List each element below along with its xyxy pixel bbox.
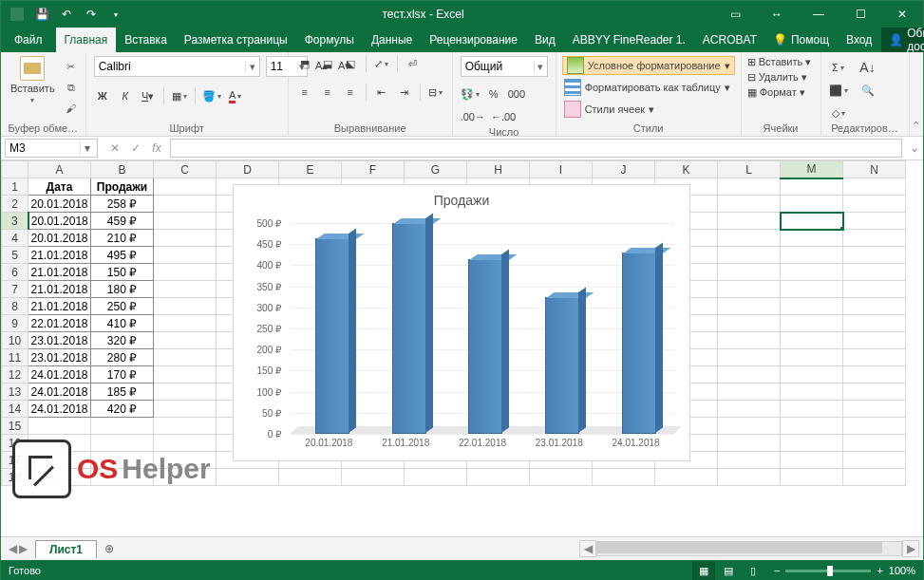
cell[interactable] bbox=[781, 281, 843, 298]
row-header[interactable]: 15 bbox=[2, 418, 28, 435]
row-header[interactable]: 13 bbox=[2, 384, 28, 401]
chevron-down-icon[interactable]: ▾ bbox=[80, 141, 94, 155]
col-header[interactable]: N bbox=[843, 161, 906, 178]
cell[interactable] bbox=[718, 469, 781, 486]
cell[interactable] bbox=[781, 452, 843, 469]
cell[interactable]: 210 ₽ bbox=[91, 230, 154, 247]
cell[interactable] bbox=[154, 213, 217, 230]
close-button[interactable]: ✕ bbox=[881, 1, 923, 28]
format-cells-button[interactable]: ▦ Формат ▾ bbox=[747, 86, 812, 99]
cell[interactable]: 320 ₽ bbox=[91, 332, 154, 349]
cell[interactable]: 23.01.2018 bbox=[28, 349, 91, 366]
cell[interactable] bbox=[843, 315, 906, 332]
cell[interactable] bbox=[843, 349, 906, 366]
cell[interactable] bbox=[781, 401, 843, 418]
conditional-formatting-button[interactable]: Условное форматирование ▾ bbox=[562, 56, 735, 75]
cell[interactable] bbox=[593, 469, 655, 486]
col-header[interactable]: E bbox=[279, 161, 342, 178]
touch-mode-icon[interactable]: ↔ bbox=[756, 1, 798, 28]
col-header[interactable]: D bbox=[217, 161, 279, 178]
cell[interactable]: 20.01.2018 bbox=[28, 230, 91, 247]
row-header[interactable]: 9 bbox=[2, 315, 28, 332]
cell[interactable] bbox=[781, 230, 843, 247]
cell[interactable]: 258 ₽ bbox=[91, 196, 154, 213]
cell[interactable] bbox=[718, 298, 781, 315]
cell[interactable] bbox=[467, 469, 530, 486]
col-header[interactable]: L bbox=[718, 161, 781, 178]
fill-series-icon[interactable]: ⬛ bbox=[827, 81, 850, 100]
cell[interactable] bbox=[154, 384, 217, 401]
tab-formulas[interactable]: Формулы bbox=[296, 28, 363, 52]
cell[interactable] bbox=[843, 418, 906, 435]
cell[interactable] bbox=[718, 418, 781, 435]
zoom-slider[interactable] bbox=[785, 570, 871, 572]
formula-input[interactable] bbox=[170, 139, 902, 158]
cell[interactable] bbox=[843, 213, 906, 230]
cell[interactable] bbox=[91, 469, 154, 486]
cell[interactable] bbox=[843, 196, 906, 213]
cell[interactable] bbox=[154, 230, 217, 247]
cell[interactable] bbox=[154, 435, 217, 452]
row-header[interactable]: 6 bbox=[2, 264, 28, 281]
align-center-icon[interactable]: ≡ bbox=[317, 83, 338, 102]
row-header[interactable]: 17 bbox=[2, 452, 28, 469]
col-header[interactable]: K bbox=[655, 161, 718, 178]
number-format-input[interactable] bbox=[462, 60, 534, 73]
cell[interactable]: 280 ₽ bbox=[91, 349, 154, 366]
hscrollbar[interactable] bbox=[596, 541, 902, 556]
cell[interactable] bbox=[154, 401, 217, 418]
clear-icon[interactable]: ◇ bbox=[827, 103, 850, 122]
increase-decimal-icon[interactable]: .00→ bbox=[459, 107, 487, 126]
page-layout-view-icon[interactable]: ▤ bbox=[717, 561, 740, 580]
cell[interactable] bbox=[154, 264, 217, 281]
chevron-down-icon[interactable]: ▾ bbox=[534, 61, 547, 73]
collapse-ribbon-icon[interactable]: ⌃ bbox=[910, 52, 924, 136]
cell[interactable]: 21.01.2018 bbox=[28, 298, 91, 315]
new-sheet-button[interactable]: ⊕ bbox=[97, 542, 122, 555]
worksheet-grid[interactable]: ABCDEFGHIJKLMN1ДатаПродажи220.01.2018258… bbox=[1, 160, 923, 536]
merge-center-icon[interactable]: ⊟ bbox=[425, 83, 446, 102]
cell[interactable] bbox=[718, 230, 781, 247]
scroll-sheets-left-icon[interactable]: ◀ bbox=[9, 542, 17, 555]
zoom-out-button[interactable]: − bbox=[774, 565, 780, 576]
cell[interactable] bbox=[781, 264, 843, 281]
row-header[interactable]: 3 bbox=[2, 213, 28, 230]
sign-in[interactable]: Вход bbox=[839, 28, 879, 52]
paste-button[interactable]: Вставить ▾ bbox=[7, 54, 59, 106]
cell[interactable] bbox=[154, 178, 217, 196]
select-all-corner[interactable] bbox=[2, 161, 28, 178]
cell[interactable] bbox=[154, 298, 217, 315]
cut-icon[interactable]: ✂ bbox=[63, 58, 80, 75]
percent-format-icon[interactable]: % bbox=[483, 84, 504, 103]
cell[interactable]: 410 ₽ bbox=[91, 315, 154, 332]
row-header[interactable]: 5 bbox=[2, 247, 28, 264]
cell[interactable] bbox=[91, 435, 154, 452]
accounting-format-icon[interactable]: 💱 bbox=[459, 84, 481, 103]
cell[interactable] bbox=[154, 452, 217, 469]
minimize-button[interactable]: — bbox=[798, 1, 839, 28]
increase-indent-icon[interactable]: ⇥ bbox=[394, 83, 415, 102]
cell[interactable] bbox=[530, 469, 593, 486]
cell[interactable]: 21.01.2018 bbox=[28, 264, 91, 281]
cell[interactable] bbox=[154, 332, 217, 349]
tab-acrobat[interactable]: ACROBAT bbox=[694, 28, 765, 52]
cell[interactable]: 24.01.2018 bbox=[28, 366, 91, 384]
cell[interactable] bbox=[718, 281, 781, 298]
cell[interactable] bbox=[781, 384, 843, 401]
cell[interactable]: 170 ₽ bbox=[91, 366, 154, 384]
cell[interactable] bbox=[154, 315, 217, 332]
cell[interactable] bbox=[718, 178, 781, 196]
cell[interactable] bbox=[655, 469, 718, 486]
cell[interactable] bbox=[718, 384, 781, 401]
row-header[interactable]: 8 bbox=[2, 298, 28, 315]
align-left-icon[interactable]: ≡ bbox=[294, 83, 315, 102]
tab-view[interactable]: Вид bbox=[526, 28, 564, 52]
tab-review[interactable]: Рецензирование bbox=[421, 28, 526, 52]
ribbon-display-icon[interactable]: ▭ bbox=[714, 1, 756, 28]
col-header[interactable]: B bbox=[91, 161, 154, 178]
enter-formula-icon[interactable]: ✓ bbox=[126, 141, 145, 155]
cell[interactable] bbox=[405, 469, 467, 486]
col-header[interactable]: A bbox=[28, 161, 91, 178]
save-icon[interactable]: 💾 bbox=[31, 4, 52, 25]
italic-button[interactable]: К bbox=[115, 86, 136, 105]
